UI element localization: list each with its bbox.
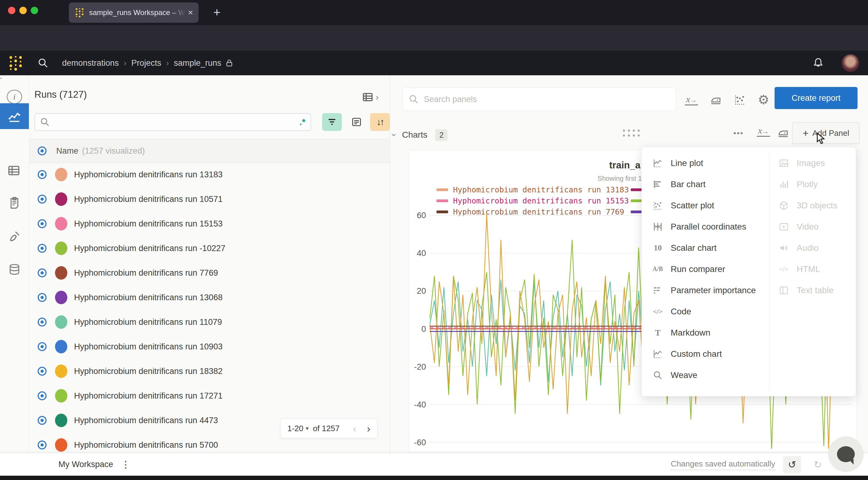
traffic-light-close[interactable] (8, 7, 16, 14)
breadcrumb-entity[interactable]: demonstrations (62, 58, 119, 68)
run-name[interactable]: Hyphomicrobium denitrificans run 4473 (74, 416, 218, 425)
menu-item-scatter-plot[interactable]: Scatter plot (652, 195, 768, 216)
visibility-eye-icon[interactable] (37, 366, 48, 377)
menu-item-run-comparer[interactable]: A/BRun comparer (652, 258, 768, 280)
menu-item-line-plot[interactable]: Line plot (652, 152, 768, 173)
run-name[interactable]: Hyphomicrobium denitrificans run 18382 (74, 366, 222, 376)
visibility-eye-icon[interactable] (37, 146, 48, 156)
charts-section-header[interactable]: › Charts 2 (393, 125, 447, 145)
filter-funnel-icon (327, 117, 337, 127)
traffic-light-zoom[interactable] (31, 7, 38, 14)
run-row[interactable]: Hyphomicrobium denitrificans run 15153 (29, 212, 390, 236)
menu-item-parameter-importance[interactable]: Parameter importance (652, 280, 768, 301)
section-chevron-icon[interactable]: › (389, 133, 400, 136)
run-name[interactable]: Hyphomicrobium denitrificans run 13068 (74, 293, 222, 302)
global-search-icon[interactable] (37, 58, 49, 68)
filter-button[interactable] (322, 113, 342, 131)
visibility-eye-icon[interactable] (37, 243, 48, 254)
3d-objects-cube-icon (779, 200, 789, 211)
group-button[interactable] (347, 113, 366, 131)
outliers-icon[interactable] (734, 94, 746, 106)
runs-search-input[interactable]: .* (34, 113, 311, 131)
run-row[interactable]: Hyphomicrobium denitrificans run 10571 (29, 187, 390, 212)
legend-item[interactable]: Hyphomicrobium denitrificans run 13183 (436, 185, 629, 194)
run-row[interactable]: Hyphomicrobium denitrificans run 11079 (29, 310, 390, 334)
run-row[interactable]: Hyphomicrobium denitrificans run 13068 (29, 285, 390, 310)
visibility-eye-icon[interactable] (37, 440, 48, 450)
run-name[interactable]: Hyphomicrobium denitrificans run 5700 (74, 440, 218, 450)
panel-search-input[interactable]: Search panels (403, 88, 676, 111)
menu-item-weave[interactable]: Weave (652, 364, 768, 386)
run-row[interactable]: Hyphomicrobium denitrificans run 13183 (29, 162, 390, 187)
workspace-kebab-icon[interactable]: ⋮ (121, 459, 130, 470)
run-name[interactable]: Hyphomicrobium denitrificans run 7769 (74, 268, 218, 278)
run-row[interactable]: Hyphomicrobium denitrificans run 7769 (29, 261, 390, 285)
section-x-axis-icon[interactable]: x→ (757, 125, 770, 137)
run-row[interactable]: Hyphomicrobium denitrificans run 17271 (29, 384, 390, 408)
tab-close-icon[interactable]: × (188, 8, 193, 18)
run-name[interactable]: Hyphomicrobium denitrificans run 15153 (74, 219, 222, 229)
run-name[interactable]: Hyphomicrobium denitrificans run 13183 (74, 170, 222, 180)
visibility-eye-icon[interactable] (37, 415, 48, 426)
visibility-eye-icon[interactable] (37, 292, 48, 303)
visibility-eye-icon[interactable] (37, 169, 48, 180)
workspace-selector[interactable]: My Workspace (58, 460, 113, 469)
menu-item-label: Video (797, 222, 818, 232)
charts-section-label[interactable]: Charts (402, 130, 427, 140)
sidebar-item-reports[interactable] (0, 190, 29, 216)
sidebar-item-sweeps[interactable] (0, 223, 29, 249)
visibility-eye-icon[interactable] (37, 194, 48, 205)
section-drag-handle[interactable] (621, 128, 641, 138)
run-row[interactable]: Hyphomicrobium denitrificans run 10903 (29, 334, 390, 359)
user-avatar[interactable] (842, 54, 859, 72)
menu-item-scalar-chart[interactable]: 10Scalar chart (652, 237, 768, 258)
visibility-eye-icon[interactable] (37, 341, 48, 352)
browser-tab[interactable]: sample_runs Workspace – Weig × (69, 2, 198, 23)
x-axis-settings-icon[interactable]: x→ (685, 94, 698, 105)
panel-divider[interactable] (390, 75, 390, 453)
sidebar-item-artifacts[interactable] (0, 257, 29, 282)
section-smoothing-icon[interactable] (777, 127, 789, 139)
menu-item-bar-chart[interactable]: Bar chart (652, 173, 768, 195)
new-tab-button[interactable]: + (213, 5, 220, 19)
undo-button[interactable]: ↺ (783, 456, 801, 473)
page-size-caret-icon[interactable]: ▾ (306, 425, 309, 432)
next-page-icon[interactable]: › (367, 422, 370, 435)
breadcrumb-projects[interactable]: Projects (131, 58, 161, 68)
support-chat-button[interactable] (828, 436, 864, 472)
traffic-light-minimize[interactable] (19, 7, 27, 14)
create-report-button[interactable]: Create report (775, 87, 858, 109)
regex-toggle-icon[interactable]: .* (299, 117, 306, 127)
prev-page-icon[interactable]: ‹ (353, 422, 356, 435)
section-overflow-menu-icon[interactable]: ••• (733, 128, 744, 138)
runs-pagination[interactable]: 1-20 ▾ of 1257 ‹ › (280, 419, 377, 438)
breadcrumb-project-name[interactable]: sample_runs (174, 58, 222, 68)
notifications-bell-icon[interactable] (812, 57, 824, 69)
visibility-eye-icon[interactable] (37, 390, 48, 401)
audio-speaker-icon (779, 243, 789, 253)
run-name[interactable]: Hyphomicrobium denitrificans run 10903 (74, 342, 222, 352)
run-name[interactable]: Hyphomicrobium denitrificans run 17271 (74, 391, 222, 401)
visibility-eye-icon[interactable] (37, 267, 48, 279)
page-range[interactable]: 1-20 (287, 424, 303, 433)
expand-table-button[interactable]: › (362, 91, 379, 103)
menu-item-parallel-coordinates[interactable]: Parallel coordinates (652, 216, 768, 237)
menu-item-code[interactable]: </>Code (652, 301, 768, 322)
redo-button[interactable]: ↻ (809, 456, 827, 473)
workspace-settings-gear-icon[interactable]: ⚙ (758, 92, 769, 107)
visibility-eye-icon[interactable] (37, 218, 48, 229)
panel-smoothing-icon[interactable] (710, 94, 722, 106)
wandb-logo[interactable] (6, 55, 25, 71)
sort-button[interactable]: ↓↑ (370, 113, 390, 131)
menu-item-custom-chart[interactable]: Custom chart (652, 343, 768, 364)
run-name[interactable]: Hyphomicrobium denitrificans run -10227 (74, 244, 225, 253)
run-name[interactable]: Hyphomicrobium denitrificans run 11079 (74, 317, 222, 327)
sidebar-item-workspace-active[interactable] (0, 103, 29, 129)
visibility-eye-icon[interactable] (37, 317, 48, 328)
run-row[interactable]: Hyphomicrobium denitrificans run 18382 (29, 359, 390, 384)
sidebar-item-table[interactable] (0, 158, 29, 184)
runs-name-header[interactable]: Name (1257 visualized) (29, 139, 390, 163)
run-name[interactable]: Hyphomicrobium denitrificans run 10571 (74, 194, 222, 204)
menu-item-markdown[interactable]: TMarkdown (652, 322, 768, 343)
run-row[interactable]: Hyphomicrobium denitrificans run -10227 (29, 236, 390, 261)
